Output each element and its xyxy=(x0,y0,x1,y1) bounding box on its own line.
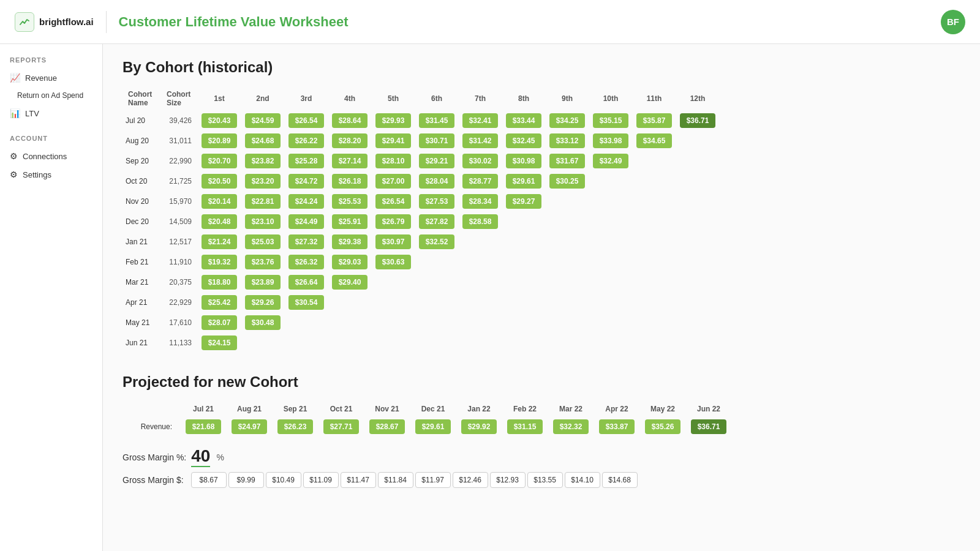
projected-revenue-cell: $24.97 xyxy=(227,418,271,436)
cohort-cell: $32.45 xyxy=(503,132,545,150)
avatar: BF xyxy=(941,10,965,34)
cohort-row-name: Aug 20 xyxy=(124,132,161,150)
sidebar-item-label-settings: Settings xyxy=(23,170,51,179)
cohort-row-size: 22,990 xyxy=(163,152,197,170)
revenue-label: Revenue: xyxy=(124,418,179,436)
cohort-cell: $28.64 xyxy=(329,111,371,130)
col-header-12th: 12th xyxy=(677,88,718,110)
cohort-cell: $23.89 xyxy=(242,273,284,291)
projected-section-title: Projected for new Cohort xyxy=(123,373,960,391)
sidebar-reports-section: REPORTS 📈 Revenue Return on Ad Spend 📊 L… xyxy=(0,56,102,122)
projected-col-header: Dec 21 xyxy=(411,402,455,416)
gross-margin-pct-value[interactable]: 40 xyxy=(191,448,210,467)
cohort-cell: $25.28 xyxy=(285,152,327,170)
cohort-cell: $20.48 xyxy=(198,212,240,231)
page-title: Customer Lifetime Value Worksheet xyxy=(119,14,349,30)
cohort-cell: $25.91 xyxy=(329,212,371,231)
cohort-cell: $33.98 xyxy=(590,132,631,150)
col-header-4th: 4th xyxy=(329,88,371,110)
col-header-9th: 9th xyxy=(546,88,588,110)
projected-revenue-cell: $26.23 xyxy=(273,418,317,436)
projected-revenue-cell: $31.15 xyxy=(503,418,547,436)
table-row: Aug 2031,011$20.89$24.68$26.22$28.20$29.… xyxy=(124,132,718,150)
gross-margin-dollar-cell: $12.46 xyxy=(453,472,488,488)
sidebar-account-section: ACCOUNT ⚙ Connections ⚙ Settings xyxy=(0,135,102,184)
cohort-cell: $25.03 xyxy=(242,233,284,251)
cohort-cell: $32.41 xyxy=(459,111,501,130)
projected-col-header: Nov 21 xyxy=(365,402,409,416)
cohort-cell: $29.93 xyxy=(372,111,414,130)
cohort-cell: $35.15 xyxy=(590,111,631,130)
cohort-section-title: By Cohort (historical) xyxy=(123,59,960,76)
projected-col-header: Apr 22 xyxy=(595,402,639,416)
cohort-cell: $25.53 xyxy=(329,192,371,211)
sidebar-item-settings[interactable]: ⚙ Settings xyxy=(0,165,102,184)
cohort-cell: $29.03 xyxy=(329,253,371,271)
sidebar-item-ltv[interactable]: 📊 LTV xyxy=(0,104,102,122)
cohort-cell: $21.24 xyxy=(198,233,240,251)
cohort-cell: $20.70 xyxy=(198,152,240,170)
cohort-row-size: 11,133 xyxy=(163,334,197,352)
projected-col-header: Jul 21 xyxy=(181,402,225,416)
cohort-cell: $33.12 xyxy=(546,132,588,150)
projected-col-header: May 22 xyxy=(641,402,685,416)
cohort-row-name: May 21 xyxy=(124,313,161,332)
cohort-cell: $18.80 xyxy=(198,273,240,291)
table-row: Jul 2039,426$20.43$24.59$26.54$28.64$29.… xyxy=(124,111,718,130)
gross-margin-pct-symbol: % xyxy=(216,452,224,462)
projected-col-header: Oct 21 xyxy=(319,402,363,416)
cohort-cell: $31.67 xyxy=(546,152,588,170)
projected-col-header: Aug 21 xyxy=(227,402,271,416)
cohort-cell: $20.43 xyxy=(198,111,240,130)
cohort-cell: $28.07 xyxy=(198,313,240,332)
cohort-cell: $33.44 xyxy=(503,111,545,130)
col-header-5th: 5th xyxy=(372,88,414,110)
cohort-cell: $27.32 xyxy=(285,233,327,251)
table-row: Jan 2112,517$21.24$25.03$27.32$29.38$30.… xyxy=(124,233,718,251)
sidebar-item-roas[interactable]: Return on Ad Spend xyxy=(0,87,102,104)
table-row: Apr 2122,929$25.42$29.26$30.54 xyxy=(124,293,718,312)
cohort-cell: $28.58 xyxy=(459,212,501,231)
col-header-cohort-size: CohortSize xyxy=(163,88,197,110)
cohort-row-size: 14,509 xyxy=(163,212,197,231)
col-header-11th: 11th xyxy=(633,88,675,110)
table-row: Sep 2022,990$20.70$23.82$25.28$27.14$28.… xyxy=(124,152,718,170)
projected-col-header: Jan 22 xyxy=(457,402,501,416)
cohort-cell: $27.53 xyxy=(416,192,458,211)
table-row: Oct 2021,725$20.50$23.20$24.72$26.18$27.… xyxy=(124,172,718,190)
cohort-cell: $30.97 xyxy=(372,233,414,251)
table-row: Jun 2111,133$24.15 xyxy=(124,334,718,352)
cohort-cell: $29.40 xyxy=(329,273,371,291)
gross-margin-dollar-cell: $8.67 xyxy=(191,472,227,488)
cohort-cell: $36.71 xyxy=(677,111,718,130)
ltv-icon: 📊 xyxy=(10,108,20,118)
cohort-cell: $23.82 xyxy=(242,152,284,170)
cohort-cell: $29.26 xyxy=(242,293,284,312)
cohort-cell: $26.64 xyxy=(285,273,327,291)
gross-margin-dollar-cell: $10.49 xyxy=(266,472,301,488)
projected-revenue-cell: $29.92 xyxy=(457,418,501,436)
cohort-row-size: 20,375 xyxy=(163,273,197,291)
gross-margin-pct-label: Gross Margin %: xyxy=(123,452,186,462)
cohort-row-name: Feb 21 xyxy=(124,253,161,271)
revenue-icon: 📈 xyxy=(10,73,20,83)
main-content: By Cohort (historical) CohortName Cohort… xyxy=(103,44,980,551)
sidebar: REPORTS 📈 Revenue Return on Ad Spend 📊 L… xyxy=(0,44,103,551)
cohort-cell: $30.63 xyxy=(372,253,414,271)
cohort-cell: $31.45 xyxy=(416,111,458,130)
sidebar-item-label-ltv: LTV xyxy=(25,109,39,118)
col-header-1st: 1st xyxy=(198,88,240,110)
sidebar-item-revenue[interactable]: 📈 Revenue xyxy=(0,69,102,87)
sidebar-item-connections[interactable]: ⚙ Connections xyxy=(0,147,102,165)
cohort-row-name: Mar 21 xyxy=(124,273,161,291)
cohort-cell: $32.49 xyxy=(590,152,631,170)
projected-revenue-cell: $33.87 xyxy=(595,418,639,436)
gross-margin-dollar-cell: $11.47 xyxy=(341,472,376,488)
col-header-3rd: 3rd xyxy=(285,88,327,110)
cohort-row-name: Apr 21 xyxy=(124,293,161,312)
cohort-row-size: 15,970 xyxy=(163,192,197,211)
cohort-cell: $26.54 xyxy=(285,111,327,130)
projected-revenue-cell: $35.26 xyxy=(641,418,685,436)
cohort-cell: $30.25 xyxy=(546,172,588,190)
gross-margin-pct-row: Gross Margin %: 40 % xyxy=(123,448,960,467)
